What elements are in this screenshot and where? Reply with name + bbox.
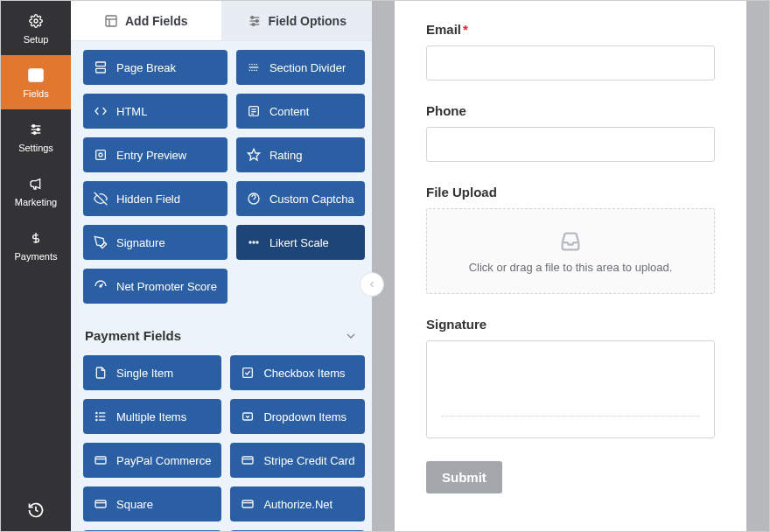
fields-scroll[interactable]: Page BreakSection DividerHTMLContentEntr… (71, 41, 372, 531)
field-hidden-field[interactable]: Hidden Field (83, 181, 228, 216)
nav-setup[interactable]: Setup (1, 1, 71, 55)
card-icon (94, 453, 108, 467)
preview-gutter (372, 1, 395, 531)
nav-payments[interactable]: Payments (1, 218, 71, 272)
layout-icon (104, 14, 118, 28)
svg-marker-34 (248, 149, 259, 160)
svg-rect-51 (95, 457, 106, 464)
tab-field-options[interactable]: Field Options (222, 1, 373, 40)
field-signature[interactable]: Signature (83, 225, 228, 260)
bullhorn-icon (26, 174, 46, 193)
field-square[interactable]: Square (83, 486, 221, 522)
nav-label: Settings (18, 143, 53, 153)
svg-point-38 (249, 242, 251, 243)
fields-panel: Add Fields Field Options Page BreakSecti… (71, 1, 372, 531)
field-label: PayPal Commerce (116, 454, 211, 467)
page-break-icon (94, 60, 108, 74)
field-paypal-commerce[interactable]: PayPal Commerce (83, 443, 221, 478)
section-payment-header[interactable]: Payment Fields (83, 319, 360, 355)
svg-rect-14 (106, 16, 116, 26)
panel-tabs: Add Fields Field Options (71, 1, 372, 41)
field-phone: Phone (426, 103, 715, 162)
field-dropdown-items[interactable]: Dropdown Items (230, 399, 365, 434)
field-checkbox-items[interactable]: Checkbox Items (230, 355, 365, 390)
upload-dropzone[interactable]: Click or drag a file to this area to upl… (426, 208, 715, 294)
chevron-down-icon (344, 329, 358, 343)
nav-label: Setup (24, 34, 49, 45)
field-rating[interactable]: Rating (236, 137, 365, 172)
field-grid-payment: Single ItemCheckbox ItemsMultiple ItemsD… (83, 355, 360, 531)
divider-icon (247, 60, 261, 74)
field-page-break[interactable]: Page Break (83, 50, 228, 85)
star-icon (247, 148, 261, 162)
field-likert-scale[interactable]: Likert Scale (236, 225, 365, 260)
nav-fields[interactable]: Fields (1, 55, 71, 109)
section-title: Payment Fields (85, 328, 181, 343)
svg-point-11 (37, 129, 39, 131)
pen-icon (94, 235, 108, 249)
svg-point-42 (100, 285, 102, 287)
gauge-icon (94, 279, 108, 293)
field-single-item[interactable]: Single Item (83, 355, 221, 390)
svg-point-47 (96, 412, 97, 413)
svg-rect-57 (242, 500, 253, 508)
dollar-icon (26, 228, 46, 248)
eye-off-icon (94, 192, 108, 206)
svg-rect-32 (96, 150, 106, 160)
left-nav: SetupFieldsSettingsMarketingPayments (1, 1, 71, 531)
svg-point-39 (253, 242, 255, 243)
field-html[interactable]: HTML (83, 94, 228, 129)
tab-label: Field Options (269, 14, 346, 28)
svg-rect-55 (95, 500, 106, 508)
nav-marketing[interactable]: Marketing (1, 164, 71, 218)
sliders-icon (248, 14, 262, 28)
nav-settings[interactable]: Settings (1, 109, 71, 164)
submit-button[interactable]: Submit (426, 461, 502, 494)
svg-point-0 (34, 19, 38, 23)
field-content[interactable]: Content (236, 94, 365, 129)
phone-input[interactable] (426, 127, 715, 162)
svg-rect-43 (243, 368, 253, 378)
svg-rect-50 (243, 413, 253, 420)
field-email: Email* (426, 22, 715, 80)
field-entry-preview[interactable]: Entry Preview (83, 137, 228, 172)
signature-pad[interactable] (426, 340, 715, 438)
collapse-panel-button[interactable] (360, 272, 384, 297)
field-label: Content (270, 105, 310, 118)
card-icon (94, 497, 108, 511)
field-total[interactable]: Total (230, 530, 365, 531)
svg-rect-23 (96, 62, 106, 66)
field-label: Section Divider (270, 61, 346, 74)
svg-rect-53 (242, 457, 253, 464)
email-input[interactable] (426, 46, 715, 80)
field-label: Hidden Field (116, 192, 180, 206)
field-grid-misc: Page BreakSection DividerHTMLContentEntr… (83, 50, 360, 304)
form-preview: Email* Phone File Upload Click or drag a… (372, 1, 769, 531)
field-label: Checkbox Items (263, 367, 345, 380)
content-icon (247, 104, 261, 118)
card-icon (241, 453, 255, 467)
field-label: File Upload (426, 185, 715, 200)
field-stripe-credit-card[interactable]: Stripe Credit Card (230, 443, 365, 478)
field-multiple-items[interactable]: Multiple Items (83, 399, 221, 434)
field-label: Entry Preview (116, 149, 186, 162)
field-label: Authorize.Net (263, 498, 332, 511)
field-label: Square (116, 498, 153, 511)
field-section-divider[interactable]: Section Divider (236, 50, 365, 85)
history-button[interactable] (1, 489, 71, 531)
dropdown-icon (241, 410, 255, 424)
field-label: Stripe Credit Card (263, 454, 354, 467)
code-icon (94, 104, 108, 118)
required-indicator: * (463, 22, 468, 37)
field-label: Rating (270, 149, 303, 162)
field-label: Net Promoter Score (116, 280, 217, 293)
svg-point-12 (33, 132, 36, 135)
field-custom-captcha[interactable]: Custom Captcha (236, 181, 365, 216)
tab-add-fields[interactable]: Add Fields (71, 1, 222, 40)
field-authorize-net[interactable]: Authorize.Net (230, 486, 365, 522)
nav-label: Payments (15, 251, 58, 262)
field-file-upload: File Upload Click or drag a file to this… (426, 185, 715, 294)
card-icon (241, 497, 255, 511)
field-coupon[interactable]: Coupon (83, 530, 221, 531)
field-net-promoter-score[interactable]: Net Promoter Score (83, 269, 228, 304)
